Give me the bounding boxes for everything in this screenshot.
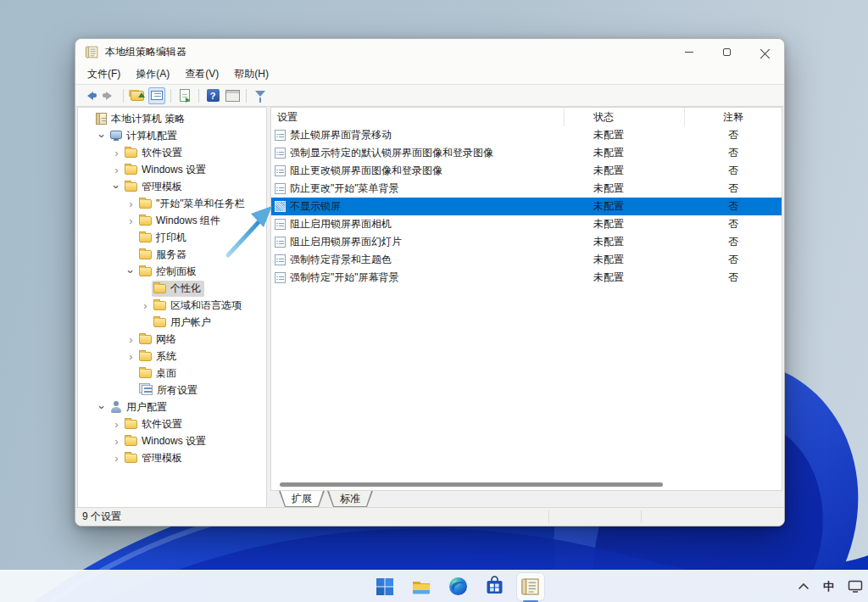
tree-item-icon: [125, 148, 137, 158]
tree-item-icon: [139, 233, 152, 242]
tree-item[interactable]: Windows 组件: [78, 212, 266, 229]
tree-item-label: 系统: [156, 349, 176, 364]
title-bar[interactable]: 本地组策略编辑器: [75, 39, 784, 64]
tree-item-label: 控制面板: [156, 265, 197, 279]
forward-button[interactable]: [101, 87, 118, 104]
help-button[interactable]: [204, 87, 221, 104]
export-list-button[interactable]: [176, 87, 193, 104]
minimize-icon: [685, 52, 693, 53]
start-button[interactable]: [371, 573, 398, 600]
menu-action[interactable]: 操作(A): [128, 64, 177, 84]
display-tray-icon[interactable]: [848, 580, 863, 593]
expand-chevron-icon[interactable]: [110, 436, 123, 447]
policy-icon: [275, 237, 286, 248]
tree-item[interactable]: 管理模板: [78, 449, 266, 466]
file-explorer-icon: [410, 576, 432, 598]
console-tree-pane[interactable]: 本地计算机 策略 计算机配置: [77, 107, 267, 509]
column-header-setting[interactable]: 设置: [271, 108, 565, 126]
menu-view[interactable]: 查看(V): [177, 64, 226, 84]
file-explorer-button[interactable]: [408, 573, 435, 600]
expand-chevron-icon[interactable]: [125, 266, 137, 277]
expand-chevron-icon[interactable]: [110, 453, 123, 464]
tree-item[interactable]: 区域和语言选项: [78, 297, 266, 314]
filter-button[interactable]: [252, 87, 269, 104]
microsoft-store-button[interactable]: [481, 573, 508, 600]
tree-item-icon: [125, 165, 137, 175]
tree-item[interactable]: 管理模板: [78, 178, 266, 195]
policy-setting-label: 防止更改"开始"菜单背景: [290, 181, 399, 196]
policy-row[interactable]: 防止更改"开始"菜单背景 未配置 否: [271, 180, 782, 198]
expand-chevron-icon[interactable]: [110, 164, 123, 176]
close-button[interactable]: [746, 39, 784, 64]
policy-row[interactable]: 强制显示特定的默认锁屏界面图像和登录图像 未配置 否: [271, 144, 782, 162]
expand-chevron-icon[interactable]: [125, 334, 137, 345]
tree-item-icon: [110, 401, 122, 413]
minimize-button[interactable]: [670, 39, 708, 64]
menu-help[interactable]: 帮助(H): [226, 64, 276, 84]
tab-standard[interactable]: 标准: [327, 491, 373, 507]
policy-status: 未配置: [565, 270, 685, 285]
policy-setting-label: 强制显示特定的默认锁屏界面图像和登录图像: [290, 146, 493, 160]
menu-file[interactable]: 文件(F): [80, 64, 128, 84]
tree-item[interactable]: 软件设置: [78, 415, 266, 432]
tree-item[interactable]: 用户帐户: [78, 314, 266, 331]
status-bar: 9 个设置: [75, 507, 784, 526]
list-header: 设置 状态 注释: [271, 108, 782, 126]
policy-icon: [275, 272, 286, 283]
tree-item[interactable]: 软件设置: [78, 144, 266, 161]
column-header-comment[interactable]: 注释: [685, 108, 782, 126]
expand-chevron-icon[interactable]: [139, 300, 152, 311]
tree-item[interactable]: 桌面: [78, 365, 266, 382]
policy-row[interactable]: 阻止启用锁屏界面相机 未配置 否: [271, 215, 782, 233]
tree-item[interactable]: 控制面板: [78, 263, 266, 280]
horizontal-scrollbar[interactable]: [276, 482, 663, 488]
console-body: 本地计算机 策略 计算机配置: [75, 107, 784, 509]
policy-row[interactable]: 强制特定"开始"屏幕背景 未配置 否: [271, 269, 782, 287]
tree-item[interactable]: 本地计算机 策略: [78, 110, 266, 127]
tree-item[interactable]: Windows 设置: [78, 432, 266, 449]
maximize-button[interactable]: [708, 39, 746, 64]
column-header-status[interactable]: 状态: [565, 108, 685, 126]
tree-item-icon: [110, 131, 122, 139]
properties-button[interactable]: [224, 87, 241, 104]
tree-item[interactable]: 系统: [78, 348, 266, 365]
tree-item[interactable]: 所有设置: [78, 382, 266, 399]
tree-item[interactable]: Windows 设置: [78, 161, 266, 178]
tray-chevron-up-icon[interactable]: [798, 582, 810, 590]
ime-indicator[interactable]: 中: [823, 579, 834, 594]
edge-button[interactable]: [444, 573, 471, 600]
expand-chevron-icon[interactable]: [96, 402, 108, 413]
policy-row[interactable]: 阻止更改锁屏界面图像和登录图像 未配置 否: [271, 162, 782, 180]
tree-item-label: "开始"菜单和任务栏: [156, 197, 245, 211]
tree-item[interactable]: "开始"菜单和任务栏: [78, 195, 266, 212]
expand-chevron-icon[interactable]: [125, 215, 137, 226]
menu-bar: 文件(F) 操作(A) 查看(V) 帮助(H): [75, 64, 784, 85]
expand-chevron-icon[interactable]: [110, 181, 123, 192]
tab-extended[interactable]: 扩展: [279, 491, 325, 507]
back-button[interactable]: [81, 87, 98, 104]
tree-item-label: 区域和语言选项: [170, 298, 242, 313]
group-policy-editor-taskbar-button[interactable]: [517, 573, 544, 600]
policy-row[interactable]: 强制特定背景和主题色 未配置 否: [271, 251, 782, 269]
horizontal-scrollbar-thumb[interactable]: [280, 482, 663, 487]
tree-item[interactable]: 网络: [78, 331, 266, 348]
tree-item[interactable]: 打印机: [78, 229, 266, 246]
expand-chevron-icon[interactable]: [110, 148, 123, 159]
policy-icon: [275, 183, 286, 194]
policy-comment: 否: [685, 146, 782, 160]
console-tree-toggle-button[interactable]: [148, 87, 165, 104]
expand-chevron-icon[interactable]: [125, 198, 137, 209]
expand-chevron-icon[interactable]: [96, 131, 108, 142]
tree-item[interactable]: 计算机配置: [78, 127, 266, 144]
expand-chevron-icon[interactable]: [125, 351, 137, 362]
up-level-button[interactable]: [129, 87, 146, 104]
policy-row[interactable]: 阻止启用锁屏界面幻灯片 未配置 否: [271, 233, 782, 251]
expand-chevron-icon[interactable]: [110, 419, 123, 430]
policy-list-pane[interactable]: 设置 状态 注释 禁止锁屏界面背景移动 未配置: [270, 107, 782, 491]
tree-item[interactable]: 用户配置: [78, 399, 266, 415]
tree-item[interactable]: 服务器: [78, 246, 266, 263]
policy-row[interactable]: 禁止锁屏界面背景移动 未配置 否: [271, 126, 782, 144]
tree-item[interactable]: 个性化: [78, 280, 266, 297]
policy-row[interactable]: 不显示锁屏 未配置 否: [271, 198, 782, 215]
policy-icon: [275, 254, 286, 265]
